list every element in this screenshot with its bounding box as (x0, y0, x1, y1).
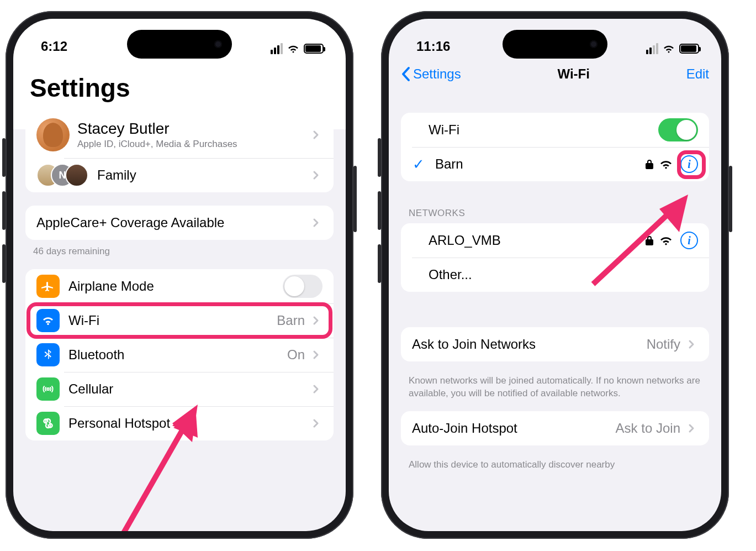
wifi-icon-box (36, 309, 60, 332)
applecare-group: AppleCare+ Coverage Available (25, 206, 334, 240)
network-status-icons (645, 235, 673, 246)
screen-wifi: 11:16 Settings Wi-Fi Edit Wi-Fi ✓ (389, 19, 721, 531)
network-status-icons (645, 159, 673, 170)
wifi-icon (287, 44, 299, 53)
bluetooth-row[interactable]: Bluetooth On (25, 338, 334, 372)
bluetooth-value: On (287, 347, 305, 363)
wifi-toggle-group: Wi-Fi ✓ Barn i (401, 113, 709, 181)
cellular-icon (36, 377, 60, 401)
wifi-label: Wi-Fi (68, 313, 277, 328)
wifi-icon (663, 44, 675, 53)
airplane-icon (36, 275, 60, 298)
chevron-right-icon (309, 169, 323, 182)
chevron-left-icon (401, 66, 411, 82)
airplane-toggle[interactable] (283, 275, 323, 298)
applecare-row[interactable]: AppleCare+ Coverage Available (25, 206, 334, 240)
connected-network-label: Barn (435, 156, 645, 172)
dynamic-island (127, 30, 232, 59)
page-title: Settings (13, 57, 346, 112)
family-label: Family (97, 167, 309, 183)
battery-icon (304, 44, 324, 54)
cellular-label: Cellular (68, 381, 309, 397)
profile-group: Stacey Butler Apple ID, iCloud+, Media &… (25, 112, 334, 192)
connectivity-group: Airplane Mode Wi-Fi Barn Bluetooth On (25, 269, 334, 440)
chevron-right-icon (309, 348, 323, 361)
applecare-footer: 46 days remaining (13, 245, 346, 269)
chevron-right-icon (309, 128, 323, 141)
chevron-right-icon (685, 338, 698, 351)
auto-hotspot-value: Ask to Join (616, 421, 680, 436)
profile-subtitle: Apple ID, iCloud+, Media & Purchases (77, 139, 309, 150)
cellular-signal-icon (646, 43, 658, 54)
chevron-right-icon (309, 314, 323, 327)
auto-hotspot-row[interactable]: Auto-Join Hotspot Ask to Join (401, 411, 709, 445)
status-indicators (646, 43, 699, 54)
dynamic-island (503, 30, 607, 59)
profile-name: Stacey Butler (77, 120, 309, 138)
family-row[interactable]: N Family (25, 158, 334, 192)
ask-join-group: Ask to Join Networks Notify (401, 327, 709, 361)
chevron-right-icon (685, 422, 698, 435)
wifi-toggle-label: Wi-Fi (412, 122, 658, 138)
network-arlo-label: ARLO_VMB (412, 233, 645, 248)
navbar: Settings Wi-Fi Edit (389, 57, 721, 91)
wifi-value: Barn (277, 313, 305, 328)
chevron-right-icon (309, 382, 323, 396)
lock-icon (645, 235, 654, 246)
ask-join-value: Notify (647, 337, 680, 352)
hotspot-icon (36, 412, 60, 435)
status-time: 6:12 (41, 39, 67, 54)
nav-back-label: Settings (413, 66, 461, 82)
apple-id-row[interactable]: Stacey Butler Apple ID, iCloud+, Media &… (25, 112, 334, 158)
nav-title: Wi-Fi (557, 66, 589, 82)
chevron-right-icon (309, 216, 323, 229)
bluetooth-label: Bluetooth (68, 347, 287, 363)
connected-network-row[interactable]: ✓ Barn i (401, 147, 709, 181)
family-avatars: N (36, 164, 88, 187)
wifi-strength-icon (659, 235, 673, 245)
airplane-mode-row[interactable]: Airplane Mode (25, 269, 334, 303)
hotspot-label: Personal Hotspot (68, 416, 309, 431)
auto-hotspot-group: Auto-Join Hotspot Ask to Join (401, 411, 709, 445)
ask-join-footer: Known networks will be joined automatica… (389, 375, 721, 411)
cellular-row[interactable]: Cellular (25, 372, 334, 406)
ask-join-row[interactable]: Ask to Join Networks Notify (401, 327, 709, 361)
phone-wifi: 11:16 Settings Wi-Fi Edit Wi-Fi ✓ (381, 11, 729, 539)
status-indicators (271, 43, 324, 54)
checkmark-icon: ✓ (412, 156, 425, 173)
wifi-toggle[interactable] (658, 118, 698, 141)
bluetooth-icon (36, 343, 60, 366)
wifi-toggle-row[interactable]: Wi-Fi (401, 113, 709, 147)
status-time: 11:16 (416, 39, 450, 54)
networks-group: ARLO_VMB i Other... (401, 223, 709, 292)
screen-settings: 6:12 Settings Stacey Butler Apple ID, iC… (13, 19, 346, 531)
applecare-label: AppleCare+ Coverage Available (36, 215, 309, 230)
battery-icon (679, 44, 699, 54)
wifi-strength-icon (659, 159, 673, 169)
wifi-row[interactable]: Wi-Fi Barn (25, 303, 334, 338)
network-info-button[interactable]: i (680, 155, 698, 173)
airplane-label: Airplane Mode (68, 279, 283, 294)
networks-header: Networks (389, 195, 721, 223)
network-info-button[interactable]: i (680, 232, 698, 249)
phone-settings: 6:12 Settings Stacey Butler Apple ID, iC… (6, 11, 353, 539)
network-arlo-row[interactable]: ARLO_VMB i (401, 223, 709, 258)
cellular-signal-icon (271, 43, 283, 54)
network-other-label: Other... (412, 267, 698, 282)
network-other-row[interactable]: Other... (401, 258, 709, 292)
lock-icon (645, 159, 654, 170)
ask-join-label: Ask to Join Networks (412, 337, 647, 352)
hotspot-row[interactable]: Personal Hotspot (25, 406, 334, 440)
nav-edit-button[interactable]: Edit (686, 66, 709, 82)
avatar (36, 118, 70, 151)
nav-back-button[interactable]: Settings (401, 66, 461, 82)
chevron-right-icon (309, 417, 323, 430)
auto-hotspot-footer: Allow this device to automatically disco… (389, 459, 721, 471)
auto-hotspot-label: Auto-Join Hotspot (412, 421, 616, 436)
